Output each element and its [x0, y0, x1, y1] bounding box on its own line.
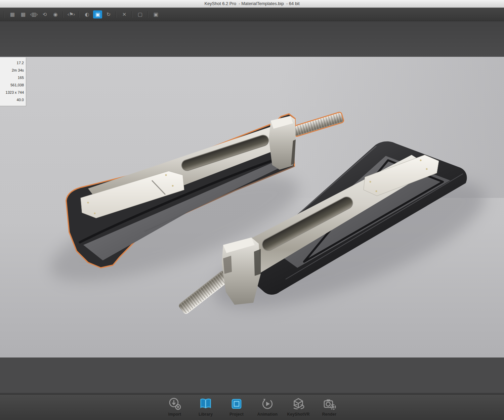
library-button[interactable]: Library — [191, 397, 221, 417]
animation-icon — [260, 397, 275, 411]
hud-samples: 165 — [0, 74, 24, 81]
hud-resolution: 1323 x 744 — [0, 89, 24, 96]
chip-tool-icon[interactable]: ▦ — [8, 10, 17, 18]
cross-tool-icon[interactable]: ✕ — [120, 10, 129, 18]
render-label: Render — [322, 412, 337, 417]
render-viewport[interactable]: 17.2 2m 34s 165 561,038 1323 x 744 40.0 — [0, 57, 504, 358]
import-label: Import — [168, 412, 181, 417]
image-panel-tool-icon[interactable]: ▣ — [93, 10, 102, 18]
import-icon — [167, 397, 182, 411]
library-icon — [198, 397, 213, 411]
toolbar-separator — [4, 11, 5, 18]
panel-arrows-tool-icon[interactable]: ‹▥› — [29, 10, 38, 18]
viewport-letterbox-bottom — [0, 358, 504, 394]
hud-time: 2m 34s — [0, 67, 24, 74]
viewport-letterbox-top — [0, 21, 504, 57]
toolbar-separator — [79, 11, 79, 18]
render-button[interactable]: Render — [314, 397, 344, 417]
main-toolbar: ▦ ▦ ‹▥› ⟲ ◉ ‹⚑› ◐ ▣ ↻ ✕ ▢ ▣ — [0, 8, 504, 21]
toolbar-separator — [132, 11, 132, 18]
rotate-tool-icon[interactable]: ↻ — [104, 10, 113, 18]
animation-label: Animation — [257, 412, 278, 417]
project-label: Project — [229, 412, 244, 417]
hud-triangles: 561,038 — [0, 81, 24, 89]
render-stats-overlay: 17.2 2m 34s 165 561,038 1323 x 744 40.0 — [0, 57, 26, 106]
keyshotvr-button[interactable]: KeyShotVR — [283, 397, 313, 417]
bottom-ribbon: Import Library Project Animation KeyShot… — [0, 394, 504, 420]
lock-tool-icon[interactable]: ◉ — [51, 10, 60, 18]
import-button[interactable]: Import — [160, 397, 190, 417]
render-icon — [322, 397, 337, 411]
animation-button[interactable]: Animation — [252, 397, 283, 417]
flag-arrows-tool-icon[interactable]: ‹⚑› — [67, 10, 76, 18]
toolbar-separator — [63, 11, 64, 18]
window-title: KeyShot 6.2 Pro - MaterialTemplates.bip … — [0, 0, 504, 8]
orbit-tool-icon[interactable]: ⟲ — [40, 10, 49, 18]
project-icon — [229, 397, 244, 411]
render-scene — [0, 57, 504, 358]
hud-fps: 17.2 — [0, 59, 24, 67]
keyshotvr-label: KeyShotVR — [287, 412, 309, 417]
hud-focal: 40.0 — [0, 96, 24, 103]
viewport: 17.2 2m 34s 165 561,038 1323 x 744 40.0 — [0, 21, 504, 394]
toolbar-separator — [116, 11, 117, 18]
toolbar-separator — [148, 11, 148, 18]
project-button[interactable]: Project — [221, 397, 252, 417]
display-tool-icon[interactable]: ▢ — [135, 10, 144, 18]
library-label: Library — [199, 412, 213, 417]
keyshotvr-icon — [291, 397, 306, 411]
chip-add-tool-icon[interactable]: ▦ — [18, 10, 28, 18]
material-sphere-tool-icon[interactable]: ◐ — [82, 10, 91, 18]
photo-tool-icon[interactable]: ▣ — [151, 10, 160, 18]
